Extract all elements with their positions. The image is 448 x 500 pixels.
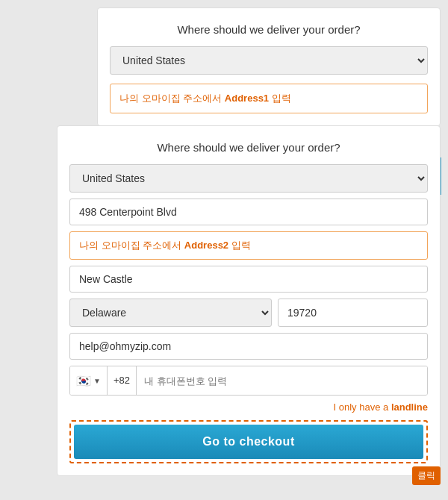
phone-code: +82 xyxy=(108,366,137,395)
flag-chevron-icon: ▼ xyxy=(93,377,101,385)
phone-flag-selector[interactable]: 🇰🇷 ▼ xyxy=(70,366,108,395)
country-select[interactable]: United States xyxy=(69,164,428,193)
back-card-address-hint: 나의 오마이집 주소에서 Address1 입력 xyxy=(110,84,428,113)
email-input[interactable] xyxy=(69,333,428,360)
checkout-wrapper: Go to checkout xyxy=(69,420,428,463)
state-select[interactable]: Delaware xyxy=(69,299,272,327)
back-address-hint-text: 나의 오마이집 주소에서 xyxy=(119,93,225,104)
front-card: Where should we deliver your order? Unit… xyxy=(57,125,441,476)
flag-icon: 🇰🇷 xyxy=(76,374,91,388)
city-row xyxy=(69,266,428,293)
address1-input[interactable] xyxy=(69,199,428,225)
address2-hint-suffix: 입력 xyxy=(228,240,251,251)
phone-row: 🇰🇷 ▼ +82 xyxy=(69,366,428,396)
landline-text: I only have a landline xyxy=(334,401,428,413)
address2-hint: 나의 오마이집 주소에서 Address2 입력 xyxy=(69,231,428,260)
phone-input[interactable] xyxy=(137,366,427,395)
landline-row: I only have a landline xyxy=(69,401,428,413)
back-card: Where should we deliver your order? Unit… xyxy=(97,7,441,126)
zip-input[interactable] xyxy=(278,299,428,327)
country-row: United States xyxy=(69,164,428,193)
address2-hint-text: 나의 오마이집 주소에서 xyxy=(79,240,184,251)
email-row xyxy=(69,333,428,360)
address2-hint-bold: Address2 xyxy=(184,240,228,251)
city-input[interactable] xyxy=(69,266,428,293)
address1-row xyxy=(69,199,428,225)
back-address-hint-suffix: 입력 xyxy=(269,93,291,104)
state-zip-row: Delaware xyxy=(69,299,428,327)
back-card-country-select[interactable]: United States xyxy=(110,46,428,75)
front-card-title: Where should we deliver your order? xyxy=(69,141,428,154)
back-card-title: Where should we deliver your order? xyxy=(110,23,428,36)
checkout-button[interactable]: Go to checkout xyxy=(74,425,423,459)
back-address-hint-bold: Address1 xyxy=(225,93,269,104)
click-label: 클릭 xyxy=(412,466,441,485)
